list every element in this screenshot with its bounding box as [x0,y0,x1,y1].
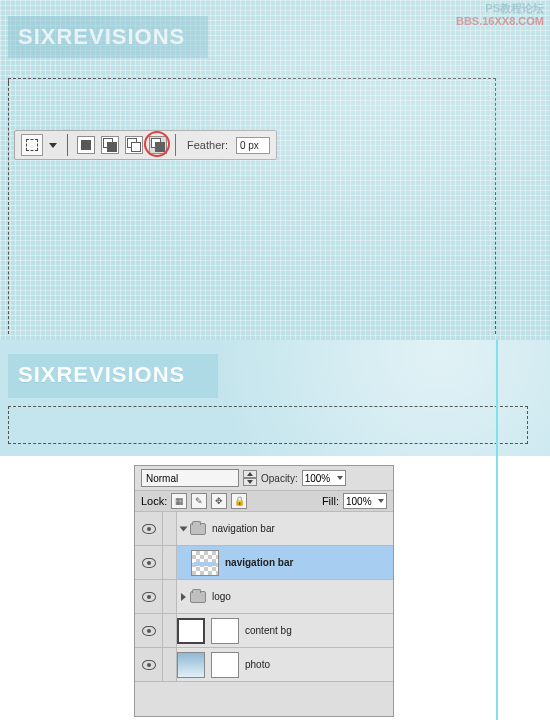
layers-panel: Normal Opacity: 100% Lock: ▦ ✎ ✥ 🔒 Fill:… [134,465,394,717]
layers-panel-top: Normal Opacity: 100% [135,466,393,490]
watermark-x: XX [494,15,509,27]
watermark: PS教程论坛 BBS.16XX8.COM [456,2,544,28]
separator [175,134,177,156]
folder-icon [190,523,206,535]
layer-mask-thumbnail[interactable] [211,618,239,644]
fill-field[interactable]: 100% [343,493,387,509]
logo-text-mid: SIXREVISIONS [18,362,185,388]
visibility-toggle[interactable] [135,614,163,647]
blend-mode-value: Normal [146,473,178,484]
lock-label: Lock: [141,495,167,507]
watermark-line2: BBS.16XX8.COM [456,15,544,28]
layer-name[interactable]: content bg [245,625,292,636]
opacity-value: 100% [305,473,331,484]
layer-name[interactable]: navigation bar [212,523,275,534]
blend-mode-stepper[interactable] [243,470,257,486]
blend-mode-select[interactable]: Normal [141,469,239,487]
marquee-selection-mid [8,406,528,444]
layer-row[interactable]: navigation bar [135,546,393,580]
lock-all-icon[interactable]: 🔒 [231,493,247,509]
chevron-down-icon [378,499,384,503]
fill-label: Fill: [322,495,339,507]
canvas-middle[interactable]: SIXREVISIONS [0,340,550,456]
visibility-toggle[interactable] [135,512,163,545]
eye-icon [142,524,156,534]
layer-thumbnail[interactable] [177,652,205,678]
feather-label: Feather: [185,139,230,151]
rectangular-marquee-tool-icon[interactable] [21,134,43,156]
vertical-guide[interactable] [496,340,498,720]
feather-input[interactable] [236,137,270,154]
layer-row[interactable]: content bg [135,614,393,648]
layer-thumbnail[interactable] [191,550,219,576]
eye-icon [142,558,156,568]
logo-selection-box [8,16,208,58]
marquee-selection-top [8,78,496,334]
folder-icon [190,591,206,603]
layer-thumbnail[interactable] [177,618,205,644]
separator [67,134,69,156]
layer-group-row[interactable]: logo [135,580,393,614]
layer-name[interactable]: photo [245,659,270,670]
fill-value: 100% [346,496,372,507]
layer-name[interactable]: logo [212,591,231,602]
logo-text-top: SIXREVISIONS [18,24,185,50]
eye-icon [142,626,156,636]
marquee-options-bar: Feather: [14,130,277,160]
subtract-from-selection-button[interactable] [125,136,143,154]
layer-name[interactable]: navigation bar [225,557,293,568]
eye-icon [142,660,156,670]
link-cell[interactable] [163,648,177,681]
eye-icon [142,592,156,602]
link-cell[interactable] [163,546,177,579]
canvas-top[interactable]: PS教程论坛 BBS.16XX8.COM SIXREVISIONS Feathe… [0,0,550,340]
lock-transparency-icon[interactable]: ▦ [171,493,187,509]
visibility-toggle[interactable] [135,580,163,613]
disclosure-triangle-icon[interactable] [180,526,188,531]
lock-position-icon[interactable]: ✥ [211,493,227,509]
layer-mask-thumbnail[interactable] [211,652,239,678]
layers-list: navigation bar navigation bar logo conte… [135,512,393,682]
opacity-label: Opacity: [261,473,298,484]
new-selection-button[interactable] [77,136,95,154]
visibility-toggle[interactable] [135,546,163,579]
layers-lock-row: Lock: ▦ ✎ ✥ 🔒 Fill: 100% [135,490,393,512]
opacity-field[interactable]: 100% [302,470,346,486]
layer-row[interactable]: photo [135,648,393,682]
intersect-selection-button[interactable] [149,136,167,154]
watermark-a: BBS.16 [456,15,495,27]
highlight-circle-icon [144,131,170,157]
link-cell[interactable] [163,512,177,545]
add-to-selection-button[interactable] [101,136,119,154]
tool-preset-dropdown[interactable] [49,143,57,148]
lock-image-icon[interactable]: ✎ [191,493,207,509]
disclosure-triangle-icon[interactable] [181,593,186,601]
layer-group-row[interactable]: navigation bar [135,512,393,546]
chevron-down-icon [337,476,343,480]
link-cell[interactable] [163,580,177,613]
watermark-b: 8.COM [509,15,544,27]
watermark-line1: PS教程论坛 [456,2,544,15]
visibility-toggle[interactable] [135,648,163,681]
link-cell[interactable] [163,614,177,647]
